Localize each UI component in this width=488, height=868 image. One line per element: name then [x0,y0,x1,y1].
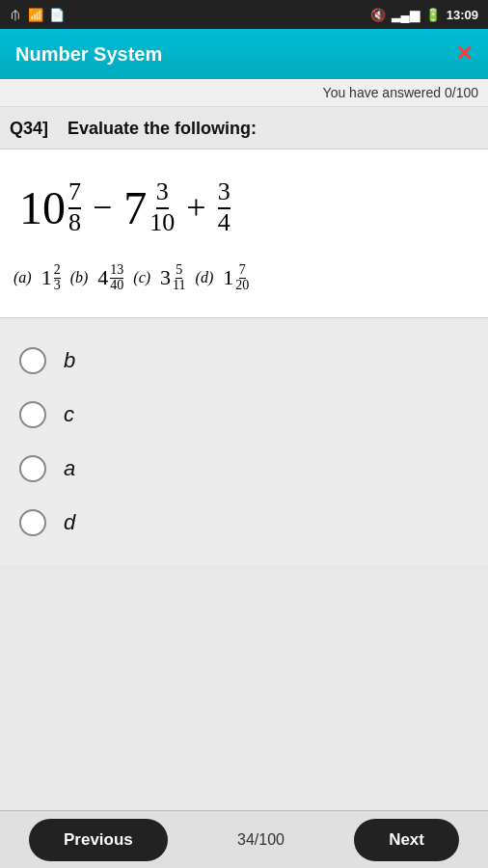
usb-icon: ⫛ [10,8,22,22]
radio-inner-c [27,409,39,420]
close-icon[interactable]: ✕ [455,41,473,67]
choices-area: b c a d [0,318,488,565]
radio-b[interactable] [19,347,46,374]
status-bar-left: ⫛ 📶 📄 [10,8,65,22]
term1-whole: 10 [19,181,66,234]
option-b-label: (b) [70,269,89,286]
app-title: Number System [15,43,162,66]
operator1: − [89,187,116,228]
option-a-frac: 2 3 [54,263,61,292]
question-header: Q34] Evaluate the following: [0,107,488,149]
option-a: (a) 1 2 3 [14,263,61,292]
term2-fraction: 3 10 [149,178,175,236]
option-d-frac: 7 20 [235,263,249,292]
option-d: (d) 1 7 20 [196,263,250,292]
option-c: (c) 3 5 11 [133,263,185,292]
choice-c[interactable]: c [19,388,469,442]
operator2: + [182,187,209,228]
choice-a-label: a [64,456,75,481]
radio-d[interactable] [19,509,46,536]
option-c-frac: 5 11 [173,263,185,292]
mute-icon: 🔇 [370,8,386,22]
term1-fraction: 7 8 [68,178,81,236]
previous-button[interactable]: Previous [29,819,168,861]
option-b-frac: 13 40 [110,263,123,292]
option-c-label: (c) [133,269,150,286]
choice-d[interactable]: d [19,496,469,550]
progress-text: You have answered 0/100 [323,85,478,100]
progress-area: You have answered 0/100 [0,79,488,107]
title-bar: Number System ✕ [0,29,488,79]
radio-a[interactable] [19,455,46,482]
answer-options-row: (a) 1 2 3 (b) 4 13 40 [10,256,478,298]
status-bar: ⫛ 📶 📄 🔇 ▂▄▆ 🔋 13:09 [0,0,488,29]
page-indicator: 34/100 [237,831,285,849]
radio-inner-a [27,463,39,475]
term2: 7 3 10 [123,178,175,236]
radio-inner-d [27,517,39,529]
option-a-value: 1 2 3 [41,263,61,292]
clock: 13:09 [447,8,478,22]
bottom-nav: Previous 34/100 Next [0,810,488,868]
radio-c[interactable] [19,401,46,428]
option-b-value: 4 13 40 [97,263,123,292]
term1: 10 7 8 [19,178,81,236]
math-display: 10 7 8 − 7 3 10 + 3 4 (a) [0,149,488,318]
option-a-label: (a) [14,269,32,286]
sim-icon: 📄 [49,8,65,22]
status-bar-right: 🔇 ▂▄▆ 🔋 13:09 [370,8,478,22]
option-d-label: (d) [196,269,214,286]
signal-icon: ▂▄▆ [392,8,420,22]
choice-d-label: d [64,510,75,535]
question-number: Q34] [10,119,48,138]
upload-icon: 📶 [28,8,43,22]
option-d-value: 1 7 20 [223,263,249,292]
choice-a[interactable]: a [19,442,469,496]
battery-icon: 🔋 [425,8,441,22]
choice-b-label: b [64,348,75,373]
main-expression: 10 7 8 − 7 3 10 + 3 4 [10,169,478,256]
choice-c-label: c [64,402,74,427]
next-button[interactable]: Next [354,819,459,861]
term3-fraction: 3 4 [218,178,230,236]
option-c-value: 3 5 11 [160,263,185,292]
question-text: Evaluate the following: [68,119,257,138]
choice-b[interactable]: b [19,334,469,388]
term2-whole: 7 [123,181,147,234]
radio-inner-b [27,355,39,366]
option-b: (b) 4 13 40 [70,263,124,292]
